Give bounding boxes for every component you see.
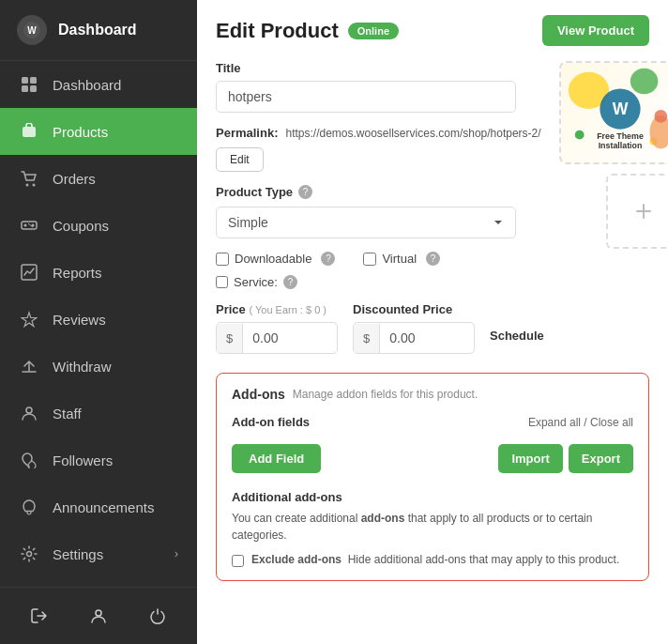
power-icon[interactable]	[143, 601, 173, 631]
dashboard-label: Dashboard	[53, 77, 178, 93]
discounted-price-col: Discounted Price $	[353, 302, 475, 354]
product-type-section: Product Type ? Simple Variable Grouped E…	[216, 185, 544, 238]
settings-arrow-icon: ›	[175, 547, 178, 560]
exclude-bold-label: Exclude add-ons	[251, 553, 342, 566]
virtual-checkbox[interactable]	[363, 253, 376, 266]
sidebar-item-settings[interactable]: Settings ›	[0, 530, 197, 577]
permalink-section: Permalink: https://demos.woosellservices…	[216, 126, 544, 172]
addons-title: Add-ons	[232, 387, 285, 402]
products-label: Products	[53, 124, 178, 140]
exclude-desc-text: Hide additional add-ons that may apply t…	[348, 553, 620, 566]
product-banner: W Free Theme Installation	[559, 61, 668, 164]
view-product-button[interactable]: View Product	[542, 15, 649, 46]
discounted-currency: $	[354, 324, 380, 353]
discounted-price-input[interactable]	[380, 323, 455, 353]
downloadable-checkbox[interactable]	[216, 253, 229, 266]
sidebar-item-orders[interactable]: Orders	[0, 155, 197, 202]
schedule-label[interactable]: Schedule	[490, 302, 544, 343]
schedule-col: Schedule	[490, 302, 544, 343]
exclude-label: Exclude add-ons Hide additional add-ons …	[251, 553, 619, 566]
svg-rect-5	[30, 85, 37, 92]
sidebar-item-reports[interactable]: Reports	[0, 249, 197, 296]
main-header: Edit Product Online View Product	[216, 15, 649, 46]
exclude-addons-checkbox[interactable]	[232, 555, 244, 567]
svg-rect-9	[22, 222, 37, 229]
downloadable-checkbox-label[interactable]: Downloadable ?	[216, 252, 335, 266]
downloadable-label: Downloadable	[235, 252, 311, 266]
sidebar-item-announcements[interactable]: Announcements	[0, 483, 197, 530]
svg-point-10	[24, 224, 27, 227]
svg-point-15	[26, 407, 32, 413]
sidebar-logo: W	[17, 15, 47, 45]
sidebar-item-followers[interactable]: Followers	[0, 437, 197, 483]
price-input[interactable]	[243, 323, 318, 353]
addons-section: Add-ons Manage addon fields for this pro…	[216, 373, 649, 581]
product-type-select[interactable]: Simple Variable Grouped External/Affilia…	[216, 207, 516, 238]
form-area: Title Permalink: https://demos.woosellse…	[216, 61, 649, 369]
dashboard-icon	[19, 74, 39, 95]
addon-fields-label: Add-on fields	[232, 415, 310, 429]
add-field-button[interactable]: Add Field	[232, 444, 321, 473]
header-left: Edit Product Online	[216, 19, 399, 43]
additional-addons-desc: You can create additional add-ons that a…	[232, 510, 633, 544]
sidebar-item-reviews[interactable]: Reviews	[0, 296, 197, 343]
sidebar-header: W Dashboard	[0, 0, 197, 61]
product-type-label: Product Type	[216, 185, 293, 199]
svg-rect-3	[30, 77, 37, 84]
title-section: Title	[216, 61, 544, 113]
reviews-icon	[19, 309, 39, 330]
sidebar-item-coupons[interactable]: Coupons	[0, 202, 197, 249]
svg-point-27	[654, 110, 667, 123]
orders-label: Orders	[53, 171, 178, 187]
page-title: Edit Product	[216, 19, 339, 43]
svg-rect-2	[22, 77, 28, 84]
price-input-row: $	[216, 322, 338, 354]
svg-text:W: W	[27, 25, 37, 36]
price-col: Price ( You Earn : $ 0 ) $	[216, 302, 338, 354]
virtual-checkbox-label[interactable]: Virtual ?	[363, 252, 440, 266]
addon-buttons-row: Add Field Import Export	[232, 444, 633, 473]
sidebar-item-dashboard[interactable]: Dashboard	[0, 61, 197, 108]
main-content: Edit Product Online View Product Title P…	[197, 0, 668, 644]
status-badge: Online	[348, 23, 399, 39]
price-section: Price ( You Earn : $ 0 ) $ Discounted Pr…	[216, 302, 544, 354]
withdraw-icon	[19, 356, 39, 376]
virtual-help-icon[interactable]: ?	[426, 252, 440, 266]
price-row: Price ( You Earn : $ 0 ) $ Discounted Pr…	[216, 302, 544, 354]
title-input[interactable]	[216, 81, 516, 113]
exclude-row: Exclude add-ons Hide additional add-ons …	[232, 553, 633, 567]
exit-icon[interactable]	[24, 601, 54, 631]
product-form: Title Permalink: https://demos.woosellse…	[216, 61, 544, 369]
service-checkbox[interactable]	[216, 276, 228, 288]
reports-label: Reports	[53, 265, 178, 281]
svg-text:W: W	[612, 100, 628, 118]
staff-label: Staff	[53, 406, 178, 422]
svg-text:Installation: Installation	[598, 141, 642, 150]
sidebar-item-products[interactable]: Products	[0, 108, 197, 155]
add-image-button[interactable]	[606, 174, 668, 249]
settings-icon	[19, 544, 39, 564]
service-label: Service:	[234, 275, 278, 289]
sidebar-item-withdraw[interactable]: Withdraw	[0, 343, 197, 390]
addons-desc: Manage addon fields for this product.	[293, 388, 478, 401]
import-button[interactable]: Import	[498, 444, 562, 473]
reports-icon	[19, 262, 39, 283]
permalink-edit-button[interactable]: Edit	[216, 147, 264, 172]
product-type-help-icon[interactable]: ?	[298, 185, 312, 199]
right-panel: W Free Theme Installation	[559, 61, 668, 249]
export-button[interactable]: Export	[569, 444, 633, 473]
service-help-icon[interactable]: ?	[283, 275, 297, 289]
svg-text:Free Theme: Free Theme	[597, 131, 644, 141]
svg-point-19	[630, 69, 659, 95]
expand-close-button[interactable]: Expand all / Close all	[528, 416, 633, 429]
permalink-label: Permalink:	[216, 126, 278, 140]
svg-rect-4	[22, 85, 28, 92]
downloadable-help-icon[interactable]: ?	[321, 252, 335, 266]
service-row: Service: ?	[216, 275, 544, 289]
staff-icon	[19, 403, 39, 423]
sidebar-item-staff[interactable]: Staff	[0, 390, 197, 437]
user-icon[interactable]	[84, 601, 114, 631]
sidebar-nav: Dashboard Products Orders	[0, 61, 197, 587]
sidebar-bottom	[0, 587, 197, 644]
svg-rect-6	[23, 127, 36, 137]
